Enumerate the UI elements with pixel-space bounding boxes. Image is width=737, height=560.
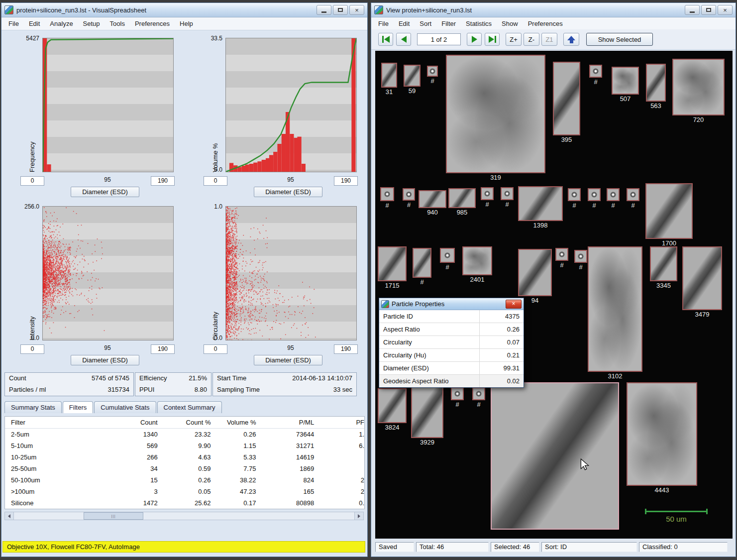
particle-thumb-34[interactable] bbox=[472, 387, 485, 400]
titlebar-left[interactable]: protein+silicone_run3.lst - VisualSpread… bbox=[1, 3, 367, 17]
close-button[interactable]: × bbox=[349, 5, 364, 15]
menu-help[interactable]: Help bbox=[175, 17, 198, 30]
x-axis-button[interactable]: Diameter (ESD) bbox=[71, 187, 139, 197]
particle-thumb-1715[interactable] bbox=[378, 246, 407, 281]
particle-thumb-27[interactable] bbox=[574, 250, 587, 263]
particle-thumb-3929[interactable] bbox=[411, 385, 443, 438]
titlebar-right[interactable]: View protein+silicone_run3.lst × bbox=[371, 3, 736, 17]
x-max-box[interactable]: 190 bbox=[334, 344, 358, 354]
menu-show[interactable]: Show bbox=[497, 17, 523, 30]
x-max-box[interactable]: 190 bbox=[151, 344, 175, 354]
maximize-button[interactable] bbox=[701, 5, 716, 15]
particle-thumb-18[interactable] bbox=[607, 188, 620, 201]
particle-thumb-940[interactable] bbox=[419, 190, 446, 208]
table-row[interactable]: 10-25um2664.635.3314619 bbox=[5, 451, 364, 463]
particle-thumb-3479[interactable] bbox=[682, 246, 722, 310]
menu-file[interactable]: File bbox=[373, 17, 394, 30]
particle-thumb-9[interactable] bbox=[380, 187, 394, 201]
zoom-in-button[interactable]: Z+ bbox=[506, 33, 522, 46]
plot-area[interactable] bbox=[225, 206, 357, 340]
particle-thumb-31[interactable] bbox=[381, 63, 397, 88]
menu-analyze[interactable]: Analyze bbox=[45, 17, 78, 30]
table-row[interactable]: 50-100um150.2638.228242 bbox=[5, 474, 364, 486]
next-page-button[interactable] bbox=[467, 33, 482, 46]
particle-thumb-2[interactable] bbox=[427, 66, 438, 77]
scroll-left-button[interactable] bbox=[5, 512, 14, 520]
x-axis-button[interactable]: Diameter (ESD) bbox=[254, 355, 322, 365]
menu-tools[interactable]: Tools bbox=[105, 17, 130, 30]
menu-preferences[interactable]: Preferences bbox=[523, 17, 568, 30]
zoom-out-button[interactable]: Z- bbox=[524, 33, 539, 46]
minimize-button[interactable] bbox=[685, 5, 700, 15]
particle-thumb-563[interactable] bbox=[646, 64, 666, 102]
particle-thumb-33[interactable] bbox=[451, 387, 464, 400]
x-max-box[interactable]: 190 bbox=[334, 176, 358, 186]
x-min-box[interactable]: 0 bbox=[204, 344, 227, 354]
popup-close-button[interactable]: × bbox=[506, 300, 522, 309]
scroll-right-button[interactable] bbox=[354, 512, 363, 520]
menu-filter[interactable]: Filter bbox=[436, 17, 461, 30]
horizontal-scrollbar[interactable]: ||| bbox=[4, 512, 364, 520]
maximize-button[interactable] bbox=[333, 5, 348, 15]
last-page-button[interactable] bbox=[485, 33, 500, 46]
plot-area[interactable] bbox=[42, 206, 174, 340]
particle-thumb-23[interactable] bbox=[440, 248, 455, 263]
first-page-button[interactable] bbox=[378, 33, 393, 46]
table-row[interactable]: 2-5um134023.320.26736441. bbox=[5, 429, 364, 440]
particle-thumb-13[interactable] bbox=[481, 187, 494, 200]
particle-thumb-720[interactable] bbox=[672, 59, 725, 115]
page-indicator-box[interactable]: 1 of 2 bbox=[417, 33, 461, 45]
scroll-thumb[interactable]: ||| bbox=[84, 512, 143, 520]
particle-thumb-10[interactable] bbox=[403, 188, 415, 201]
zoom-reset-button[interactable]: Z1 bbox=[541, 33, 557, 46]
minimize-button[interactable] bbox=[316, 5, 331, 15]
tab-filters[interactable]: Filters bbox=[63, 401, 93, 413]
particle-thumb-507[interactable] bbox=[612, 67, 639, 95]
table-row[interactable]: Silicone147225.620.17808980. bbox=[5, 497, 364, 509]
particle-thumb-35[interactable] bbox=[491, 382, 619, 530]
particle-thumb-16[interactable] bbox=[568, 188, 581, 201]
particle-thumb-19[interactable] bbox=[627, 188, 639, 201]
particle-thumb-4443[interactable] bbox=[627, 382, 697, 486]
x-min-box[interactable]: 0 bbox=[20, 176, 44, 186]
particle-thumb-3345[interactable] bbox=[650, 246, 677, 281]
particle-thumb-3824[interactable] bbox=[378, 388, 407, 423]
scroll-track[interactable]: ||| bbox=[14, 512, 354, 520]
particle-thumb-94[interactable] bbox=[518, 249, 552, 296]
menu-statistics[interactable]: Statistics bbox=[461, 17, 497, 30]
x-max-box[interactable]: 190 bbox=[151, 176, 175, 186]
up-button[interactable] bbox=[563, 33, 579, 46]
x-axis-button[interactable]: Diameter (ESD) bbox=[71, 355, 139, 365]
plot-area[interactable] bbox=[42, 38, 174, 172]
particle-gallery[interactable]: Particle Properties × Particle ID4375Asp… bbox=[375, 51, 733, 539]
table-row[interactable]: >100um30.0547.231652 bbox=[5, 486, 364, 497]
particle-thumb-17[interactable] bbox=[588, 188, 601, 201]
particle-thumb-2401[interactable] bbox=[462, 246, 492, 275]
particle-thumb-14[interactable] bbox=[501, 187, 514, 200]
particle-thumb-319[interactable] bbox=[446, 55, 545, 173]
close-button[interactable]: × bbox=[718, 5, 733, 15]
popup-titlebar[interactable]: Particle Properties × bbox=[379, 298, 524, 310]
x-min-box[interactable]: 0 bbox=[20, 344, 44, 354]
menu-sort[interactable]: Sort bbox=[415, 17, 436, 30]
table-row[interactable]: 25-50um340.597.751869 bbox=[5, 463, 364, 474]
menu-file[interactable]: File bbox=[3, 17, 24, 30]
x-axis-button[interactable]: Diameter (ESD) bbox=[254, 187, 322, 197]
previous-page-button[interactable] bbox=[396, 33, 411, 46]
tab-cumulative-stats[interactable]: Cumulative Stats bbox=[94, 401, 156, 413]
particle-thumb-395[interactable] bbox=[553, 62, 580, 135]
menu-edit[interactable]: Edit bbox=[24, 17, 45, 30]
particle-thumb-22[interactable] bbox=[413, 248, 431, 278]
tab-summary-stats[interactable]: Summary Stats bbox=[4, 401, 62, 413]
tab-context-summary[interactable]: Context Summary bbox=[157, 401, 222, 413]
menu-setup[interactable]: Setup bbox=[78, 17, 105, 30]
plot-area[interactable] bbox=[225, 38, 357, 172]
particle-thumb-1700[interactable] bbox=[645, 183, 693, 239]
particle-thumb-26[interactable] bbox=[555, 248, 568, 261]
table-row[interactable]: 5-10um5699.901.15312716. bbox=[5, 440, 364, 451]
particle-thumb-3102[interactable] bbox=[588, 246, 642, 372]
menu-preferences[interactable]: Preferences bbox=[130, 17, 175, 30]
menu-edit[interactable]: Edit bbox=[394, 17, 415, 30]
particle-thumb-5[interactable] bbox=[589, 65, 602, 78]
x-min-box[interactable]: 0 bbox=[204, 176, 227, 186]
